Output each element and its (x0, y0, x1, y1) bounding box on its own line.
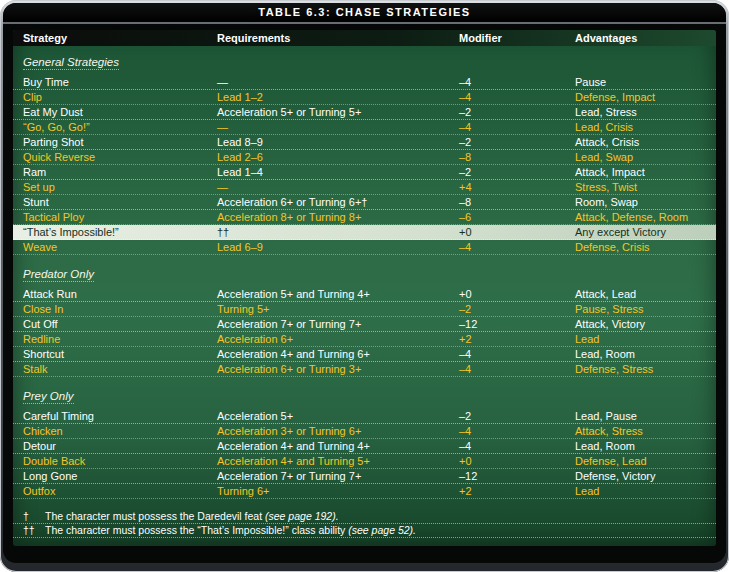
section-heading-label: Predator Only (23, 268, 94, 282)
cell-modifier: –4 (459, 362, 575, 376)
table-row: Buy Time—–4Pause (13, 75, 716, 90)
cell-advantages: Attack, Victory (575, 317, 716, 331)
cell-strategy: Ram (23, 165, 217, 179)
cell-modifier: –2 (459, 165, 575, 179)
table-row: DetourAcceleration 4+ and Turning 4+–4Le… (13, 439, 716, 454)
cell-requirements: — (217, 120, 459, 134)
cell-modifier: +2 (459, 484, 575, 498)
cell-requirements: Lead 2–6 (217, 150, 459, 164)
footnote-text: The character must possess the Daredevil… (45, 510, 716, 523)
cell-requirements: Acceleration 6+ or Turning 6+† (217, 195, 459, 209)
cell-modifier: –4 (459, 90, 575, 104)
cell-advantages: Lead (575, 332, 716, 346)
cell-requirements: Acceleration 7+ or Turning 7+ (217, 469, 459, 483)
cell-strategy: Attack Run (23, 287, 217, 301)
cell-advantages: Lead, Room (575, 439, 716, 453)
table-row: “That’s Impossible!”††+0Any except Victo… (13, 225, 716, 240)
cell-strategy: Eat My Dust (23, 105, 217, 119)
cell-requirements: Acceleration 6+ or Turning 3+ (217, 362, 459, 376)
cell-modifier: –2 (459, 409, 575, 423)
cell-requirements: Lead 6–9 (217, 240, 459, 254)
cell-requirements: — (217, 75, 459, 89)
cell-strategy: Buy Time (23, 75, 217, 89)
cell-modifier: +2 (459, 332, 575, 346)
footnote-symbol: †† (23, 524, 45, 537)
cell-advantages: Lead, Stress (575, 105, 716, 119)
cell-requirements: Lead 1–4 (217, 165, 459, 179)
table-panel: Strategy Requirements Modifier Advantage… (13, 30, 716, 546)
column-header-advantages: Advantages (575, 30, 716, 46)
cell-modifier: –4 (459, 439, 575, 453)
table-row: Eat My DustAcceleration 5+ or Turning 5+… (13, 105, 716, 120)
table-row: ClipLead 1–2–4Defense, Impact (13, 90, 716, 105)
cell-strategy: Redline (23, 332, 217, 346)
cell-modifier: +0 (459, 225, 575, 239)
cell-modifier: +0 (459, 454, 575, 468)
cell-strategy: Long Gone (23, 469, 217, 483)
cell-advantages: Attack, Defense, Room (575, 210, 716, 224)
footnote-row: ††The character must possess the “That’s… (13, 524, 716, 538)
table-row: Set up—+4Stress, Twist (13, 180, 716, 195)
cell-strategy: Double Back (23, 454, 217, 468)
column-header-strategy: Strategy (23, 30, 217, 46)
cell-requirements: Acceleration 5+ or Turning 5+ (217, 105, 459, 119)
cell-requirements: Acceleration 4+ and Turning 6+ (217, 347, 459, 361)
section-heading: General Strategies (13, 55, 716, 70)
table-row: WeaveLead 6–9–4Defense, Crisis (13, 240, 716, 255)
table-row: Parting ShotLead 8–9–2Attack, Crisis (13, 135, 716, 150)
table-row: “Go, Go, Go!”—–4Lead, Crisis (13, 120, 716, 135)
table-row: Careful TimingAcceleration 5+–2Lead, Pau… (13, 409, 716, 424)
section-heading-label: Prey Only (23, 390, 74, 404)
table-row: Long GoneAcceleration 7+ or Turning 7+–1… (13, 469, 716, 484)
cell-strategy: Tactical Ploy (23, 210, 217, 224)
cell-advantages: Pause, Stress (575, 302, 716, 316)
cell-advantages: Defense, Crisis (575, 240, 716, 254)
cell-strategy: Outfox (23, 484, 217, 498)
table-row: ChickenAcceleration 3+ or Turning 6+–4At… (13, 424, 716, 439)
cell-strategy: Set up (23, 180, 217, 194)
cell-advantages: Defense, Lead (575, 454, 716, 468)
cell-requirements: Acceleration 4+ and Turning 5+ (217, 454, 459, 468)
section-heading-label: General Strategies (23, 56, 119, 70)
cell-modifier: –4 (459, 120, 575, 134)
cell-strategy: Clip (23, 90, 217, 104)
cell-modifier: –4 (459, 75, 575, 89)
cell-requirements: Acceleration 4+ and Turning 4+ (217, 439, 459, 453)
cell-advantages: Lead, Crisis (575, 120, 716, 134)
cell-modifier: –12 (459, 317, 575, 331)
cell-requirements: Acceleration 5+ and Turning 4+ (217, 287, 459, 301)
cell-modifier: –8 (459, 195, 575, 209)
cell-advantages: Lead (575, 484, 716, 498)
footnote-body: The character must possess the “That’s I… (45, 524, 348, 536)
cell-requirements: †† (217, 225, 459, 239)
table-row: ShortcutAcceleration 4+ and Turning 6+–4… (13, 347, 716, 362)
cell-strategy: Parting Shot (23, 135, 217, 149)
table-title: TABLE 6.3: CHASE STRATEGIES (3, 3, 726, 24)
cell-advantages: Lead, Swap (575, 150, 716, 164)
cell-advantages: Defense, Impact (575, 90, 716, 104)
table-row: Tactical PloyAcceleration 8+ or Turning … (13, 210, 716, 225)
table-row: Double BackAcceleration 4+ and Turning 5… (13, 454, 716, 469)
table-row: RamLead 1–4–2Attack, Impact (13, 165, 716, 180)
table-row: Quick ReverseLead 2–6–8Lead, Swap (13, 150, 716, 165)
table-row: OutfoxTurning 6++2Lead (13, 484, 716, 499)
cell-modifier: –2 (459, 105, 575, 119)
cell-modifier: +0 (459, 287, 575, 301)
cell-strategy: Careful Timing (23, 409, 217, 423)
cell-advantages: Defense, Stress (575, 362, 716, 376)
cell-modifier: –12 (459, 469, 575, 483)
footnote-row: †The character must possess the Daredevi… (13, 510, 716, 524)
cell-modifier: –4 (459, 424, 575, 438)
footnotes: †The character must possess the Daredevi… (13, 510, 716, 538)
cell-requirements: Lead 1–2 (217, 90, 459, 104)
cell-modifier: –8 (459, 150, 575, 164)
cell-requirements: Acceleration 5+ (217, 409, 459, 423)
cell-strategy: Stalk (23, 362, 217, 376)
cell-advantages: Stress, Twist (575, 180, 716, 194)
cell-requirements: Turning 6+ (217, 484, 459, 498)
table-row: Close InTurning 5+–2Pause, Stress (13, 302, 716, 317)
column-header-modifier: Modifier (459, 30, 575, 46)
cell-advantages: Lead, Room (575, 347, 716, 361)
cell-advantages: Attack, Lead (575, 287, 716, 301)
footnote-text: The character must possess the “That’s I… (45, 524, 716, 537)
